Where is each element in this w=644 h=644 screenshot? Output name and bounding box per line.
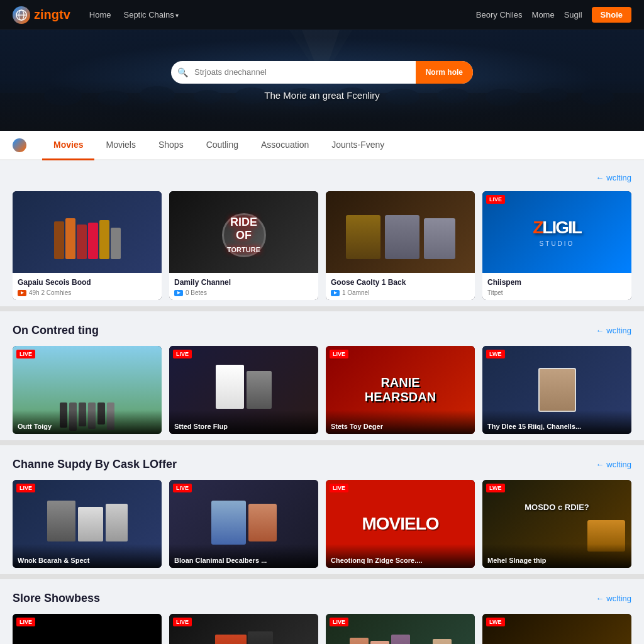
section-slore-showbess-header: Slore Showbess wclting: [13, 592, 631, 605]
divider-3: [0, 574, 644, 579]
hero-banner: 🔍 Norm hole The Morie an great Fcenliry: [0, 30, 644, 131]
card-12-overlay: Mehel Slnage thip: [482, 544, 631, 568]
card-1-title: Gapaiu Secois Bood: [18, 278, 157, 287]
card-4-title: Chiispem: [487, 278, 626, 287]
card-3-info: Goose Caolty 1 Back 1 Oamnel: [326, 273, 475, 300]
card-3[interactable]: Goose Caolty 1 Back 1 Oamnel: [326, 191, 475, 300]
section-slore-showbess-title: Slore Showbess: [13, 592, 100, 605]
card-1-meta-icon: [18, 290, 26, 296]
card-14[interactable]: LIVE Sberotha: [169, 614, 318, 644]
card-9[interactable]: LIVE Wnok Bcarah & Spect: [13, 480, 162, 568]
card-6[interactable]: LIVE Stted Store Flup: [169, 346, 318, 434]
section-slore-showbess-more[interactable]: wclting: [596, 594, 631, 603]
card-9-overlay-title: Wnok Bcarah & Spect: [18, 557, 157, 564]
card-2-title: Damily Channel: [174, 278, 313, 287]
card-7[interactable]: LIVE RANIEHEARSDAN Stets Toy Deger: [326, 346, 475, 434]
card-8-thumb: LWE Thy Dlee 15 Riiqj, Chanells...: [482, 346, 631, 434]
card-12-bigtext: MOSDO c RDIE?: [518, 496, 596, 518]
section-on-contred-header: On Contred ting wclting: [13, 324, 631, 337]
card-10-thumb: LIVE Bloan Clanimal Decalbers ...: [169, 480, 318, 568]
card-1-image: [13, 191, 162, 273]
card-12-thumb: LWE MOSDO c RDIE? Mehel Slnage thip: [482, 480, 631, 568]
card-16-thumb: LWE HERC DAY: [482, 614, 631, 644]
card-4-meta-text: Titpet: [487, 289, 503, 296]
card-1-info: Gapaiu Secois Bood 49h 2 Comhies: [13, 273, 162, 300]
card-15[interactable]: LIVE Drama Series: [326, 614, 475, 644]
card-11[interactable]: LIVE MOVIELO Cheotionq In Zidge Score...…: [326, 480, 475, 568]
card-10[interactable]: LIVE Bloan Clanimal Decalbers ...: [169, 480, 318, 568]
nav-home[interactable]: Home: [89, 10, 111, 19]
card-6-live-badge: LIVE: [173, 350, 192, 358]
card-9-overlay: Wnok Bcarah & Spect: [13, 544, 162, 568]
show-button[interactable]: Shoie: [592, 7, 631, 23]
card-15-live-badge: LIVE: [330, 618, 348, 626]
tab-logo: [13, 138, 30, 152]
search-button[interactable]: Norm hole: [416, 61, 473, 84]
card-12[interactable]: LWE MOSDO c RDIE? Mehel Slnage thip: [482, 480, 631, 568]
card-12-live-badge: LWE: [486, 484, 505, 492]
card-3-meta-text: 1 Oamnel: [342, 289, 369, 296]
card-6-thumb: LIVE Stted Store Flup: [169, 346, 318, 434]
card-3-meta: 1 Oamnel: [331, 289, 470, 296]
search-input[interactable]: [194, 67, 416, 77]
card-4-live-badge: LIVE: [486, 195, 505, 204]
card-11-live-badge: LIVE: [330, 484, 348, 492]
card-1-thumb: [13, 191, 162, 273]
card-2-meta: 0 Betes: [174, 289, 313, 296]
section-featured-grid: Gapaiu Secois Bood 49h 2 Comhies: [13, 191, 631, 300]
tab-movies[interactable]: Movies: [42, 131, 94, 160]
nav-beory-chiles[interactable]: Beory Chiles: [476, 10, 523, 19]
card-2-meta-icon: [174, 290, 183, 296]
nav-sugil[interactable]: Sugil: [564, 10, 582, 19]
card-8[interactable]: LWE Thy Dlee 15 Riiqj, Chanells...: [482, 346, 631, 434]
card-4[interactable]: LIVE ZLIGIL STUDIO Chiispem Titpet: [482, 191, 631, 300]
card-8-live-badge: LWE: [486, 350, 505, 358]
card-9-thumb: LIVE Wnok Bcarah & Spect: [13, 480, 162, 568]
card-11-overlay-title: Cheotionq In Zidge Score....: [331, 557, 470, 564]
card-10-live-badge: LIVE: [173, 484, 192, 492]
card-14-live-badge: LIVE: [173, 618, 192, 626]
logo[interactable]: zingtv: [13, 6, 70, 24]
search-bar[interactable]: 🔍 Norm hole: [171, 61, 473, 84]
card-13-thumb: LIVE NETFLIX: [13, 614, 162, 644]
section-channe-supdy-header: Channe Supdy By Cask LOffer wclting: [13, 458, 631, 471]
card-1[interactable]: Gapaiu Secois Bood 49h 2 Comhies: [13, 191, 162, 300]
tab-assocuation[interactable]: Assocuation: [250, 131, 320, 160]
section-featured-more[interactable]: wclting: [596, 173, 631, 182]
card-2[interactable]: RIDE OFTORTURE Damily Channel 0 Betes: [169, 191, 318, 300]
card-3-title: Goose Caolty 1 Back: [331, 278, 470, 287]
card-6-overlay-title: Stted Store Flup: [174, 423, 313, 430]
tab-coutling[interactable]: Coutling: [195, 131, 250, 160]
card-6-overlay: Stted Store Flup: [169, 410, 318, 434]
card-4-thumb: LIVE ZLIGIL STUDIO: [482, 191, 631, 273]
card-16-image: HERC DAY: [482, 614, 631, 644]
tab-moviels[interactable]: Moviels: [94, 131, 147, 160]
card-2-info: Damily Channel 0 Betes: [169, 273, 318, 300]
logo-text: zingtv: [34, 8, 70, 22]
card-16-live-badge: LWE: [486, 618, 505, 626]
card-9-live-badge: LIVE: [16, 484, 35, 492]
card-5-thumb: LIVE: [13, 346, 162, 434]
tab-jounts-fveny[interactable]: Jounts-Fveny: [320, 131, 396, 160]
header: zingtv Home Septic Chains Beory Chiles M…: [0, 0, 644, 30]
card-13[interactable]: LIVE NETFLIX: [13, 614, 162, 644]
card-13-live-badge: LIVE: [16, 618, 35, 626]
section-featured: wclting: [0, 160, 644, 306]
card-2-image: RIDE OFTORTURE: [169, 191, 318, 273]
card-7-live-badge: LIVE: [330, 350, 348, 358]
section-channe-supdy-more[interactable]: wclting: [596, 460, 631, 469]
nav-mome[interactable]: Mome: [532, 10, 555, 19]
nav-septic-chains[interactable]: Septic Chains: [123, 10, 179, 19]
nav-right: Beory Chiles Mome Sugil Shoie: [476, 7, 631, 23]
section-on-contred-grid: LIVE: [13, 346, 631, 434]
card-10-overlay-title: Bloan Clanimal Decalbers ...: [174, 557, 313, 564]
card-4-info: Chiispem Titpet: [482, 273, 631, 300]
card-16[interactable]: LWE HERC DAY: [482, 614, 631, 644]
tab-shops[interactable]: Shops: [147, 131, 195, 160]
divider-1: [0, 306, 644, 311]
tab-logo-icon: [13, 138, 26, 152]
section-on-contred-more[interactable]: wclting: [596, 326, 631, 335]
section-featured-header: wclting: [13, 173, 631, 182]
card-5[interactable]: LIVE: [13, 346, 162, 434]
card-5-live-badge: LIVE: [16, 350, 35, 358]
